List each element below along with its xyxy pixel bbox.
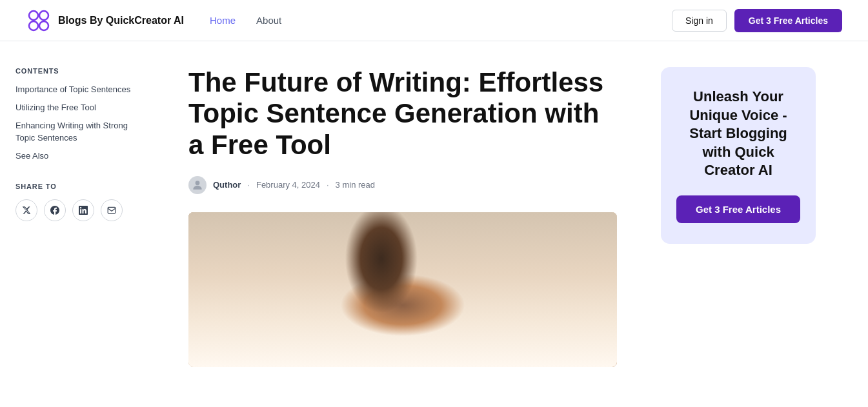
toc-link-see-also[interactable]: See Also [15,150,145,162]
svg-point-9 [319,238,396,341]
cta-button-header[interactable]: Get 3 Free Articles [734,9,842,32]
linkedin-icon [79,206,88,215]
meta-separator-1: · [247,180,250,190]
svg-rect-14 [364,332,461,364]
svg-rect-6 [188,212,617,367]
svg-rect-7 [188,212,617,367]
facebook-icon [50,206,59,215]
logo-area[interactable]: Blogs By QuickCreator AI [26,8,184,34]
svg-point-24 [454,212,609,303]
toc-item-importance[interactable]: Importance of Topic Sentences [15,84,145,95]
facebook-share-button[interactable] [44,199,66,221]
logo-icon [26,8,52,34]
svg-point-10 [377,257,441,335]
logo-text: Blogs By QuickCreator AI [58,15,184,26]
share-icons [15,199,145,221]
svg-point-5 [196,181,200,185]
hero-svg [188,212,617,367]
right-sidebar: Unleash Your Unique Voice - Start Bloggi… [648,67,816,367]
svg-point-2 [29,21,38,30]
svg-point-23 [416,326,429,334]
meta-separator-2: · [327,180,329,190]
svg-rect-13 [325,315,480,367]
toc-item-see-also[interactable]: See Also [15,150,145,162]
header-actions: Sign in Get 3 Free Articles [672,9,842,32]
share-label: SHARE TO [15,183,145,190]
signin-button[interactable]: Sign in [672,10,727,32]
article-read-time: 3 min read [336,180,375,190]
toc-item-enhancing[interactable]: Enhancing Writing with Strong Topic Sent… [15,120,145,143]
article-meta: Quthor · February 4, 2024 · 3 min read [188,176,617,194]
avatar-icon [191,179,204,192]
toc-link-enhancing[interactable]: Enhancing Writing with Strong Topic Sent… [15,120,145,143]
author-avatar [188,176,207,194]
svg-point-8 [319,212,435,325]
twitter-icon [22,206,31,215]
linkedin-share-button[interactable] [72,199,94,221]
cta-button-promo[interactable]: Get 3 Free Articles [676,195,800,223]
svg-point-3 [39,21,48,30]
left-sidebar: CONTENTS Importance of Topic Sentences U… [15,67,157,367]
site-header: Blogs By QuickCreator AI Home About Sign… [0,0,868,41]
toc-link-importance[interactable]: Importance of Topic Sentences [15,84,145,95]
main-content: The Future of Writing: Effortless Topic … [157,67,648,367]
author-name: Quthor [213,180,241,190]
article-title: The Future of Writing: Effortless Topic … [188,67,617,161]
main-nav: Home About [210,15,672,26]
nav-home[interactable]: Home [210,15,236,26]
hero-image [188,212,617,367]
email-share-button[interactable] [101,199,123,221]
hero-image-placeholder [188,212,617,367]
twitter-share-button[interactable] [15,199,37,221]
contents-label: CONTENTS [15,67,145,75]
svg-rect-15 [364,332,412,364]
table-of-contents: Importance of Topic Sentences Utilizing … [15,84,145,162]
svg-rect-4 [108,207,116,213]
article-date: February 4, 2024 [256,180,320,190]
svg-point-11 [390,254,429,299]
promo-card: Unleash Your Unique Voice - Start Bloggi… [661,67,816,244]
svg-point-12 [325,303,480,367]
page-body: CONTENTS Importance of Topic Sentences U… [0,41,868,367]
svg-point-0 [29,11,38,20]
email-icon [107,206,116,215]
toc-item-utilizing[interactable]: Utilizing the Free Tool [15,102,145,114]
nav-about[interactable]: About [256,15,281,26]
toc-link-utilizing[interactable]: Utilizing the Free Tool [15,102,145,114]
promo-card-title: Unleash Your Unique Voice - Start Bloggi… [676,88,800,180]
svg-point-1 [39,11,48,20]
